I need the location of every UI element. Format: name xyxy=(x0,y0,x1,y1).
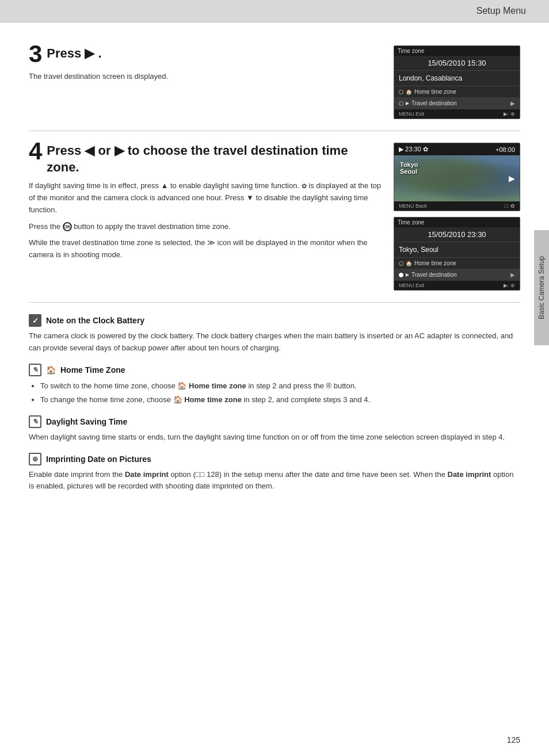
cs2-radio1 xyxy=(399,261,403,266)
cs1-arrow: ▶ xyxy=(406,101,409,106)
page-number: 125 xyxy=(507,735,520,744)
cs1-option1: 🏠 Home time zone xyxy=(394,86,520,98)
cs2-option2-label: Travel destination xyxy=(411,272,457,278)
home-icon-inline: 🏠 xyxy=(177,381,189,390)
note-clock-icon: ✓ xyxy=(29,314,41,327)
note-daylight-title: ✎ Daylight Saving Time xyxy=(29,415,520,428)
step4-title-text: Press ◀ or ▶ to choose the travel destin… xyxy=(47,143,348,174)
step3-section: 3 Press ▶ . The travel destination scree… xyxy=(29,34,520,131)
cs2-time: 15/05/2010 23:30 xyxy=(394,227,520,242)
step3-desc: The travel destination screen is display… xyxy=(29,71,382,83)
cs2-option1: 🏠 Home time zone xyxy=(394,258,520,269)
cs2-house1: 🏠 xyxy=(406,261,412,266)
step4-left: 4 Press ◀ or ▶ to choose the travel dest… xyxy=(29,143,382,291)
cs1-header: Time zone xyxy=(394,46,520,56)
step4-para3: While the travel destination time zone i… xyxy=(29,237,382,261)
notes-section: ✓ Note on the Clock Battery The camera c… xyxy=(29,303,520,513)
step3-title-symbol: ▶ xyxy=(85,46,94,60)
note-home-icon: ✎ xyxy=(29,364,41,376)
note-clock-title: ✓ Note on the Clock Battery xyxy=(29,314,520,327)
cs2-option2: ▶ Travel destination ▶ xyxy=(394,269,520,281)
cs1-city: London, Casablanca xyxy=(394,71,520,86)
ok-symbol: OK xyxy=(63,222,72,231)
sidebar-label: Basic Camera Setup xyxy=(537,256,546,319)
step3-number: 3 xyxy=(29,45,42,66)
note-home-title-text: Home Time Zone xyxy=(60,365,125,375)
cs2-radio2 xyxy=(399,273,403,277)
note-imprint-icon: ⊕ xyxy=(29,453,41,465)
note-clock-block: ✓ Note on the Clock Battery The camera c… xyxy=(29,314,520,354)
main-content: 3 Press ▶ . The travel destination scree… xyxy=(0,22,549,525)
step3-right: Time zone 15/05/2010 15:30 London, Casab… xyxy=(394,45,520,119)
cs2-header: Time zone xyxy=(394,217,520,227)
note-home-title: ✎ 🏠 Home Time Zone xyxy=(29,364,520,376)
map-arrow: ▶ xyxy=(509,174,515,183)
step3-left: 3 Press ▶ . The travel destination scree… xyxy=(29,45,382,119)
map-footer-right: □: ✿ xyxy=(505,203,515,209)
note-imprint-block: ⊕ Imprinting Date on Pictures Enable dat… xyxy=(29,453,520,493)
note-home-house-icon: 🏠 xyxy=(46,365,56,375)
step4-number: 4 xyxy=(29,143,42,163)
step3-title: 3 Press ▶ . xyxy=(29,45,382,66)
step4-para2: Press the OK button to apply the travel … xyxy=(29,221,382,233)
note-imprint-text: Enable date imprint from the Date imprin… xyxy=(29,469,520,493)
home-icon-inline2: 🏠 xyxy=(173,395,185,404)
note-clock-text: The camera clock is powered by the clock… xyxy=(29,330,520,354)
cs2-sel-arrow: ▶ xyxy=(510,272,515,278)
page: Setup Menu Basic Camera Setup 3 Press ▶ … xyxy=(0,0,549,756)
step4-para1: If daylight saving time is in effect, pr… xyxy=(29,180,382,216)
cs1-footer-left: MENU Exit xyxy=(399,111,424,117)
map-footer-left: MENU Back xyxy=(399,203,427,209)
note-home-bullet1: To switch to the home time zone, choose … xyxy=(40,380,520,392)
note-home-list: To switch to the home time zone, choose … xyxy=(29,380,520,406)
page-header: Setup Menu xyxy=(0,0,549,22)
cs2-arrow: ▶ xyxy=(406,272,409,277)
cs1-house1: 🏠 xyxy=(406,89,412,95)
map-header-left: ▶ 23:30 ✿ xyxy=(399,146,428,153)
note-clock-title-text: Note on the Clock Battery xyxy=(46,316,144,325)
map-city-labels: Tokyo Seoul xyxy=(400,161,418,175)
cs1-option2: ▶ Travel destination ▶ xyxy=(394,98,520,109)
camera-screen-2: Time zone 15/05/2010 23:30 Tokyo, Seoul … xyxy=(394,217,520,291)
cs1-footer-right: ▶: ⊕ xyxy=(504,111,515,117)
cs2-footer: MENU Exit ▶: ⊕ xyxy=(394,281,520,290)
step4-section: 4 Press ◀ or ▶ to choose the travel dest… xyxy=(29,131,520,303)
cs1-footer: MENU Exit ▶: ⊕ xyxy=(394,109,520,119)
cs1-time: 15/05/2010 15:30 xyxy=(394,56,520,71)
sidebar-tab: Basic Camera Setup xyxy=(534,230,549,345)
camera-screen-1: Time zone 15/05/2010 15:30 London, Casab… xyxy=(394,45,520,119)
note-home-bullet2: To change the home time zone, choose 🏠 H… xyxy=(40,394,520,406)
note-daylight-title-text: Daylight Saving Time xyxy=(46,417,127,426)
step3-title-suffix: . xyxy=(98,46,102,60)
map-screen: ▶ 23:30 ✿ +08:00 Tokyo Seoul ▶ MENU Back xyxy=(394,143,520,211)
cs1-option1-label: Home time zone xyxy=(414,89,456,95)
map-header: ▶ 23:30 ✿ +08:00 xyxy=(394,143,520,155)
cs1-radio2 xyxy=(399,101,403,106)
map-body: Tokyo Seoul ▶ xyxy=(394,155,520,201)
cs2-footer-left: MENU Exit xyxy=(399,282,424,288)
note-daylight-block: ✎ Daylight Saving Time When daylight sav… xyxy=(29,415,520,444)
map-footer: MENU Back □: ✿ xyxy=(394,201,520,211)
note-home-block: ✎ 🏠 Home Time Zone To switch to the home… xyxy=(29,364,520,406)
map-city2: Seoul xyxy=(400,168,418,175)
cs2-option1-label: Home time zone xyxy=(414,260,456,266)
cs1-option2-label: Travel destination xyxy=(411,100,457,106)
note-imprint-title: ⊕ Imprinting Date on Pictures xyxy=(29,453,520,465)
step4-right: ▶ 23:30 ✿ +08:00 Tokyo Seoul ▶ MENU Back xyxy=(394,143,520,291)
step3-title-prefix: Press xyxy=(47,46,81,60)
step4-title: 4 Press ◀ or ▶ to choose the travel dest… xyxy=(29,143,382,175)
cs2-footer-right: ▶: ⊕ xyxy=(504,282,515,288)
note-daylight-icon: ✎ xyxy=(29,415,41,428)
note-imprint-title-text: Imprinting Date on Pictures xyxy=(46,455,151,464)
cs2-city: Tokyo, Seoul xyxy=(394,242,520,258)
cs1-sel-arrow: ▶ xyxy=(510,100,515,106)
note-daylight-text: When daylight saving time starts or ends… xyxy=(29,432,520,444)
map-city1: Tokyo xyxy=(400,161,418,168)
map-header-right: +08:00 xyxy=(495,146,515,153)
cs1-radio1 xyxy=(399,90,403,94)
header-title: Setup Menu xyxy=(476,6,526,16)
